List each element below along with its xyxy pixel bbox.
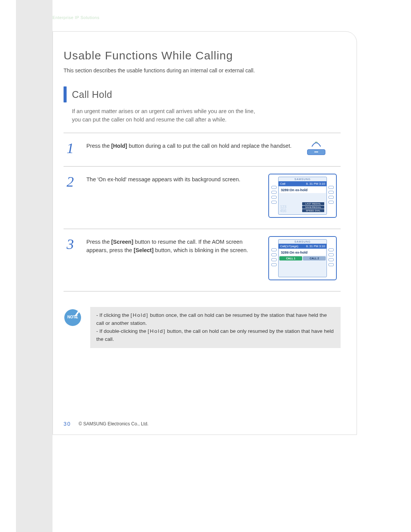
- screen-softkey-menu: LAST REDIAL SAVE/REDIAL SPEED DIAL: [302, 202, 324, 212]
- note-bullet: - If double-clicking the [Hold] button, …: [96, 328, 335, 343]
- screen-status-bar: Call 8. 31 PM 3:10: [279, 181, 327, 186]
- note-badge-icon: NOTE: [64, 307, 83, 327]
- note-hold-label: [Hold]: [148, 328, 166, 334]
- page-footer: 30 © SAMSUNG Electronics Co., Ltd.: [64, 421, 148, 427]
- call-button-active: CALL 1: [279, 256, 302, 260]
- step-row: 2 The 'On ex-hold' message appears with …: [64, 166, 341, 228]
- section-description: If an urgent matter arises or an urgent …: [72, 107, 341, 124]
- note-block: NOTE - If clicking the [Hold] button onc…: [64, 307, 341, 348]
- screen-keypad-digits: 123 456: [280, 205, 287, 213]
- step-text-bold: [Select]: [134, 247, 153, 253]
- note-hold-label: [Hold]: [131, 312, 148, 318]
- page-title: Usable Functions While Calling: [64, 49, 341, 62]
- page-intro: This section describes the usable functi…: [64, 67, 341, 73]
- screen-call-line: 3289:On ex-hold: [279, 249, 326, 256]
- softkey-item: SPEED DIAL: [302, 209, 324, 212]
- screen-status-bar: Call(1/7page) 8. 31 PM 3:10: [279, 244, 327, 249]
- phone-screen: SAMSUNG Call 8. 31 PM 3:10 3289:On ex-ho…: [278, 177, 327, 215]
- phone-device: SAMSUNG Call(1/7page) 8. 31 PM 3:10 3289…: [268, 236, 337, 280]
- page-frame: Usable Functions While Calling This sect…: [53, 31, 357, 435]
- step-text-bold: [Screen]: [111, 239, 133, 245]
- step-number: 3: [67, 236, 80, 251]
- note-frag: - If double-clicking the: [96, 328, 148, 334]
- section-desc-line: you can put the caller on hold and resum…: [72, 117, 226, 123]
- screen-brand-label: SAMSUNG: [279, 240, 327, 244]
- phone-device: SAMSUNG Call 8. 31 PM 3:10 3289:On ex-ho…: [268, 174, 337, 218]
- brand-tagline: Enterprise IP Solutions: [53, 15, 357, 20]
- phone-side-keys-left: [271, 177, 277, 215]
- page-number: 30: [64, 421, 71, 427]
- phone-side-keys-right: [328, 239, 334, 277]
- section-desc-line: If an urgent matter arises or an urgent …: [72, 108, 255, 114]
- softkey-item: LAST REDIAL: [302, 202, 324, 205]
- phone-side-keys-left: [271, 239, 277, 277]
- note-frag: - If clicking the: [96, 312, 131, 318]
- step-number: 2: [67, 174, 80, 189]
- screen-bar-right: 8. 31 PM 3:10: [306, 244, 325, 248]
- screen-bar-right: 8. 31 PM 3:10: [306, 182, 325, 185]
- softkey-item: SAVE/REDIAL: [302, 206, 324, 209]
- step-text-frag: button, which is blinking in the screen.: [154, 247, 248, 253]
- step-text: The 'On ex-hold' message appears with it…: [86, 174, 261, 184]
- step-text-frag: Press the: [86, 239, 111, 245]
- phone-screen-illustration: SAMSUNG Call(1/7page) 8. 31 PM 3:10 3289…: [268, 236, 337, 280]
- note-bullet: - If clicking the [Hold] button once, th…: [96, 312, 335, 328]
- step-text-frag: Press the: [86, 143, 111, 149]
- step-number: 1: [67, 140, 80, 155]
- call-button-inactive: CALL 2: [303, 256, 326, 260]
- phone-screen-illustration: SAMSUNG Call 8. 31 PM 3:10 3289:On ex-ho…: [268, 174, 337, 218]
- phone-screen: SAMSUNG Call(1/7page) 8. 31 PM 3:10 3289…: [278, 239, 327, 277]
- hold-button-illustration: [307, 140, 337, 155]
- digits-row: 456: [280, 209, 287, 213]
- step-text-frag: button during a call to put the call on …: [127, 143, 292, 149]
- step-text-bold: [Hold]: [111, 143, 127, 149]
- step-text: Press the [Hold] button during a call to…: [86, 140, 300, 150]
- section-heading: Call Hold: [64, 86, 341, 102]
- step-text: Press the [Screen] button to resume the …: [86, 236, 261, 255]
- phone-side-keys-right: [328, 177, 334, 215]
- hold-key-icon: [307, 149, 325, 155]
- copyright-text: © SAMSUNG Electronics Co., Ltd.: [79, 421, 149, 427]
- left-margin-stripe: [16, 0, 53, 532]
- step-text-frag: The 'On ex-hold' message appears with it…: [86, 176, 241, 182]
- screen-bar-left: Call(1/7page): [280, 244, 298, 248]
- screen-brand-label: SAMSUNG: [279, 177, 327, 181]
- section-title: Call Hold: [72, 89, 112, 100]
- section-accent-bar: [64, 86, 67, 102]
- screen-call-line: 3289:On ex-hold: [279, 187, 326, 193]
- note-content: - If clicking the [Hold] button once, th…: [90, 307, 341, 348]
- screen-call-buttons: CALL 1 CALL 2: [279, 256, 326, 260]
- step-row: 3 Press the [Screen] button to resume th…: [64, 228, 341, 292]
- handset-icon: [311, 141, 322, 148]
- step-row: 1 Press the [Hold] button during a call …: [64, 133, 341, 166]
- screen-bar-left: Call: [280, 182, 285, 185]
